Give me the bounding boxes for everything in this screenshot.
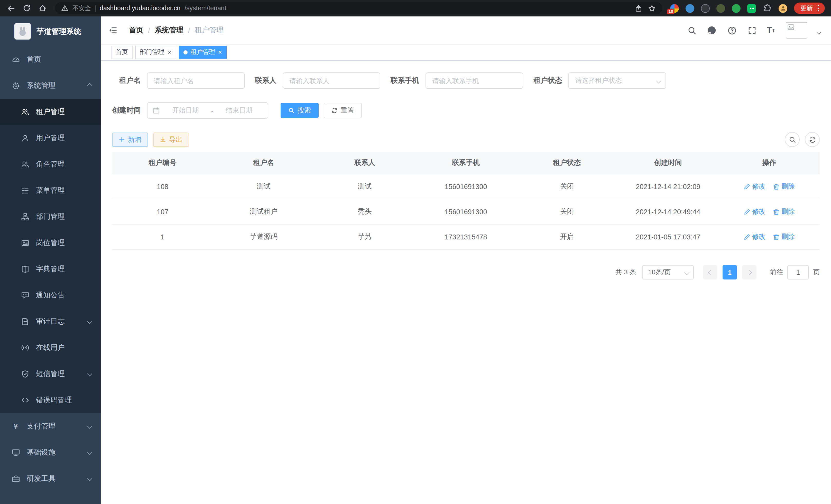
- page-input[interactable]: [787, 265, 809, 279]
- column-header: 创建时间: [618, 152, 718, 174]
- font-size-icon[interactable]: TT: [767, 25, 774, 35]
- sidebar-item-online-user[interactable]: 在线用户: [0, 334, 101, 361]
- address-bar[interactable]: 不安全 dashboard.yudao.iocoder.cn/system/te…: [55, 2, 663, 14]
- delete-button[interactable]: 删除: [773, 207, 795, 216]
- user-menu-caret-icon[interactable]: [816, 30, 822, 35]
- delete-button[interactable]: 删除: [773, 232, 795, 241]
- edit-button[interactable]: 修改: [743, 232, 766, 241]
- user-avatar[interactable]: [786, 22, 807, 38]
- search-button[interactable]: 搜索: [281, 103, 319, 118]
- chevron-down-icon: [88, 320, 91, 323]
- table-row: 107 测试租户 秃头 15601691300 关闭 2021-12-14 20…: [112, 199, 820, 225]
- help-icon[interactable]: [727, 25, 737, 35]
- bookmark-star-icon[interactable]: [647, 4, 657, 13]
- reload-icon[interactable]: [22, 4, 31, 13]
- dashboard-icon: [11, 55, 20, 64]
- app-logo[interactable]: 芋道管理系统: [0, 17, 101, 46]
- menu-label: 角色管理: [36, 159, 65, 169]
- chevron-down-icon: [656, 78, 661, 83]
- page-number-current[interactable]: 1: [722, 265, 737, 279]
- field-label: 创建时间: [112, 106, 141, 115]
- prev-page-button[interactable]: [703, 265, 717, 279]
- sidebar-item-notice[interactable]: 通知公告: [0, 282, 101, 308]
- sidebar-item-audit-log[interactable]: 审计日志: [0, 308, 101, 334]
- sidebar-toggle-icon[interactable]: [109, 26, 118, 35]
- refresh-table-button[interactable]: [805, 132, 820, 147]
- sidebar-item-error-code[interactable]: 错误码管理: [0, 387, 101, 413]
- github-icon[interactable]: [707, 25, 717, 35]
- chevron-right-icon: [747, 270, 752, 275]
- cell-tenant-id: 107: [112, 199, 213, 224]
- sidebar-item-post[interactable]: 岗位管理: [0, 230, 101, 256]
- next-page-button[interactable]: [742, 265, 756, 279]
- chevron-up-icon: [88, 84, 91, 87]
- sidebar-item-payment[interactable]: ¥ 支付管理: [0, 413, 101, 439]
- close-icon[interactable]: ×: [168, 49, 171, 56]
- extension-icon-olive[interactable]: [717, 4, 725, 12]
- export-button[interactable]: 导出: [153, 132, 189, 147]
- page-size-select[interactable]: 10条/页: [642, 265, 694, 279]
- menu-label: 用户管理: [36, 133, 65, 143]
- browser-profile-avatar[interactable]: [779, 4, 787, 12]
- filter-row-2: 创建时间 开始日期 - 结束日期: [112, 102, 820, 119]
- reset-button[interactable]: 重置: [324, 103, 362, 118]
- filter-contact-name: 联系人: [255, 72, 380, 89]
- add-button[interactable]: 新增: [112, 132, 148, 147]
- browser-home-icon[interactable]: [38, 4, 47, 13]
- warning-icon: [61, 5, 68, 12]
- hide-search-button[interactable]: [785, 132, 800, 147]
- menu-label: 基础设施: [27, 448, 56, 457]
- filter-row-1: 租户名 联系人 联系手机 租户状态 请选择租户状态: [112, 72, 820, 89]
- extensions-puzzle-icon[interactable]: [763, 4, 772, 13]
- close-icon[interactable]: ×: [218, 49, 222, 56]
- sidebar-item-role[interactable]: 角色管理: [0, 151, 101, 177]
- edit-button[interactable]: 修改: [743, 182, 766, 191]
- sidebar-item-system[interactable]: 系统管理: [0, 72, 101, 99]
- breadcrumb-system[interactable]: 系统管理: [155, 26, 183, 35]
- back-icon[interactable]: [6, 4, 16, 13]
- extension-icon-colorful[interactable]: 10: [670, 4, 679, 12]
- sidebar-item-infra[interactable]: 基础设施: [0, 439, 101, 466]
- end-date-placeholder[interactable]: 结束日期: [215, 106, 263, 115]
- cell-contact: 秃头: [314, 199, 415, 224]
- extension-badge: 10: [667, 9, 675, 14]
- sidebar-item-tenant[interactable]: 租户管理: [0, 99, 101, 125]
- tag-tenant[interactable]: 租户管理 ×: [179, 46, 227, 59]
- sidebar-item-dept[interactable]: 部门管理: [0, 203, 101, 230]
- search-icon: [288, 108, 294, 114]
- sidebar-item-user[interactable]: 用户管理: [0, 125, 101, 151]
- extension-icon-chat[interactable]: [747, 4, 756, 12]
- signal-icon: [21, 343, 29, 352]
- button-label: 新增: [128, 135, 141, 144]
- edit-button[interactable]: 修改: [743, 207, 766, 216]
- sidebar-item-devtools[interactable]: 研发工具: [0, 466, 101, 492]
- status-select[interactable]: 请选择租户状态: [568, 72, 666, 89]
- tag-home[interactable]: 首页: [111, 46, 133, 59]
- sidebar-item-dict[interactable]: 字典管理: [0, 256, 101, 282]
- header-search-icon[interactable]: [687, 25, 697, 35]
- extension-icon-green[interactable]: [732, 4, 741, 12]
- fullscreen-icon[interactable]: [747, 25, 757, 35]
- url-path: /system/tenant: [184, 5, 226, 12]
- breadcrumb-home[interactable]: 首页: [129, 26, 143, 35]
- contact-name-input[interactable]: [283, 72, 380, 89]
- browser-update-button[interactable]: 更新: [794, 3, 825, 14]
- browser-menu-icon[interactable]: [817, 4, 820, 12]
- tenant-name-input[interactable]: [147, 72, 245, 89]
- monitor-icon: [11, 448, 20, 457]
- contact-mobile-input[interactable]: [426, 72, 523, 89]
- menu-label: 审计日志: [36, 317, 65, 326]
- menu-label: 错误码管理: [36, 395, 72, 405]
- sidebar-item-sms[interactable]: 短信管理: [0, 361, 101, 387]
- start-date-placeholder[interactable]: 开始日期: [162, 106, 209, 115]
- share-icon[interactable]: [634, 4, 643, 13]
- tag-label: 首页: [116, 48, 128, 57]
- delete-button[interactable]: 删除: [773, 182, 795, 191]
- sidebar-item-menu[interactable]: 菜单管理: [0, 177, 101, 203]
- extension-icon-dark[interactable]: [701, 4, 710, 12]
- tag-dept[interactable]: 部门管理 ×: [135, 46, 176, 59]
- yen-icon: ¥: [11, 422, 20, 431]
- extension-icon-blue[interactable]: [686, 4, 694, 12]
- date-range-picker[interactable]: 开始日期 - 结束日期: [147, 102, 268, 119]
- sidebar-item-home[interactable]: 首页: [0, 46, 101, 72]
